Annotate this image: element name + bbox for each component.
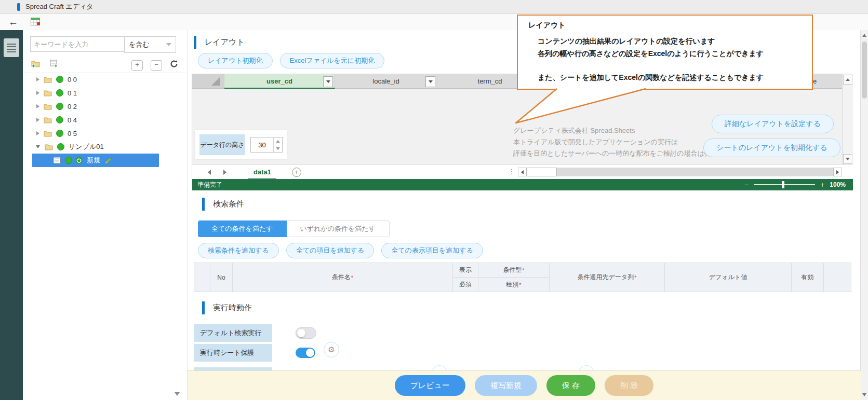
search-input[interactable] xyxy=(30,36,124,52)
tree-item[interactable]: 0 2 xyxy=(23,100,187,113)
expand-icon[interactable] xyxy=(36,77,39,81)
zoom-in-icon[interactable]: + xyxy=(820,181,824,188)
collapse-all-button[interactable]: − xyxy=(151,60,162,71)
section-title-text: 実行時動作 xyxy=(213,303,252,313)
default-search-toggle[interactable] xyxy=(296,327,316,339)
folder-icon xyxy=(45,144,53,150)
column-filter-dropdown[interactable] xyxy=(323,76,333,87)
col-enabled: 有効 xyxy=(792,263,824,292)
callout-line: コンテンツの抽出結果のレイアウトの設定を行います xyxy=(538,35,802,47)
action-footer: プレビュー 複写新規 保 存 削 除 xyxy=(188,370,861,400)
tree-item-label: 0 0 xyxy=(68,76,77,84)
excel-init-button[interactable]: Excelファイルを元に初期化 xyxy=(280,53,385,68)
scroll-up-icon[interactable] xyxy=(843,75,852,85)
copy-new-button[interactable]: 複写新規 xyxy=(475,375,537,396)
page-scroll-down-icon[interactable] xyxy=(861,391,868,399)
collapse-icon[interactable] xyxy=(36,145,40,148)
col-filler xyxy=(824,263,851,292)
sheet-horizontal-scrollbar[interactable] xyxy=(518,168,842,176)
refresh-icon[interactable] xyxy=(170,60,178,70)
column-filter-dropdown[interactable] xyxy=(425,76,435,87)
sheet-protect-toggle[interactable] xyxy=(296,348,315,358)
tree-item-label: 0 1 xyxy=(68,89,77,97)
hscroll-track[interactable] xyxy=(557,168,833,176)
default-search-label: デフォルト検索実行 xyxy=(194,324,272,342)
tree-scroll-down-icon[interactable] xyxy=(175,392,180,396)
folder-icon xyxy=(44,117,52,123)
add-all-items-button[interactable]: 全ての項目を追加する xyxy=(286,243,375,258)
sheet-tab-data1[interactable]: data1 xyxy=(248,165,276,180)
layout-init-button[interactable]: レイアウト初期化 xyxy=(198,53,273,68)
col-condition-name: 条件名* xyxy=(233,263,453,292)
col-blank xyxy=(194,263,210,292)
spinner-down-icon[interactable] xyxy=(274,145,282,152)
expand-icon[interactable] xyxy=(36,91,39,95)
match-mode-select[interactable]: を含む xyxy=(124,36,176,53)
tree-item[interactable]: 0 5 xyxy=(23,127,187,140)
spreadsheet-icon[interactable] xyxy=(31,18,40,27)
scroll-left-icon[interactable] xyxy=(518,168,527,176)
prev-sheet-icon[interactable] xyxy=(208,170,211,175)
back-button[interactable]: ← xyxy=(8,17,18,27)
edit-pencil-icon[interactable] xyxy=(104,157,112,164)
condition-buttons-row: 検索条件を追加する 全ての項目を追加する 全ての表示項目を追加する xyxy=(198,243,483,258)
add-all-display-items-button[interactable]: 全ての表示項目を追加する xyxy=(381,243,483,258)
condition-match-toggle: 全ての条件を満たす いずれかの条件を満たす xyxy=(198,220,390,237)
column-header-user-cd[interactable]: user_cd xyxy=(224,74,335,89)
expand-icon[interactable] xyxy=(36,104,39,108)
zoom-slider-thumb[interactable] xyxy=(782,181,784,188)
delete-button[interactable]: 削 除 xyxy=(605,375,653,396)
tree-item[interactable]: 0 4 xyxy=(23,113,187,127)
match-all-button[interactable]: 全ての条件を満たす xyxy=(198,220,287,237)
side-rail xyxy=(0,30,23,400)
sheet-layout-init-button[interactable]: シートのレイアウトを初期化する xyxy=(703,139,840,157)
scroll-right-icon[interactable] xyxy=(833,168,842,176)
next-sheet-icon[interactable] xyxy=(223,170,226,175)
sidebar: を含む + − xyxy=(23,30,188,400)
column-header-locale-id[interactable]: locale_id xyxy=(335,74,437,89)
folder-icon xyxy=(44,103,52,110)
tree-item[interactable]: 0 1 xyxy=(23,86,187,100)
col-target-column: 条件適用先データ列* xyxy=(550,263,665,292)
add-condition-button[interactable]: 検索条件を追加する xyxy=(198,243,279,258)
callout-line: また、シートを追加してExcelの関数などを記述することもできます xyxy=(538,71,802,84)
page-scroll-thumb[interactable] xyxy=(862,42,867,99)
status-dot-icon xyxy=(56,76,63,83)
row-height-spinner[interactable]: 30 xyxy=(250,137,283,153)
preview-button[interactable]: プレビュー xyxy=(395,375,465,396)
detail-layout-button[interactable]: 詳細なレイアウトを設定する xyxy=(712,115,834,133)
folder-icon xyxy=(44,76,52,83)
match-any-button[interactable]: いずれかの条件を満たす xyxy=(287,220,390,237)
expand-all-button[interactable]: + xyxy=(131,60,143,71)
page-scrollbar[interactable] xyxy=(860,30,868,400)
column-label: locale_id xyxy=(372,77,399,85)
tree-item-selected[interactable]: 新規 xyxy=(32,154,159,167)
hscroll-thumb[interactable] xyxy=(527,168,557,176)
add-sheet-icon[interactable]: + xyxy=(292,168,301,177)
document-icon xyxy=(53,157,61,164)
power-icon xyxy=(75,157,83,164)
sheet-corner-cell[interactable] xyxy=(192,74,224,89)
zoom-out-icon[interactable]: − xyxy=(744,181,749,188)
page-scroll-up-icon[interactable] xyxy=(861,31,868,39)
sheet-vertical-scrollbar[interactable] xyxy=(842,74,852,164)
zoom-slider[interactable] xyxy=(754,184,815,185)
save-button[interactable]: 保 存 xyxy=(546,375,595,396)
section-title-text: 検索条件 xyxy=(213,199,244,209)
tree-item-expanded[interactable]: サンプル01 xyxy=(23,140,187,154)
add-folder-button[interactable] xyxy=(31,60,41,70)
gear-icon[interactable]: ⚙ xyxy=(324,342,339,357)
scroll-down-icon[interactable] xyxy=(843,154,852,164)
tree-item[interactable]: 0 0 xyxy=(23,73,187,86)
add-item-button[interactable] xyxy=(49,60,58,70)
menu-icon[interactable] xyxy=(4,38,19,57)
expand-icon[interactable] xyxy=(36,118,39,122)
select-all-triangle-icon xyxy=(211,77,220,86)
expand-icon[interactable] xyxy=(36,131,39,135)
zoom-percentage: 100% xyxy=(830,181,846,188)
layout-section-title: レイアウト xyxy=(194,34,245,50)
tab-options-icon[interactable]: ⋮ xyxy=(508,168,515,175)
col-show-required: 表示 必須 xyxy=(453,263,478,292)
row-height-value[interactable]: 30 xyxy=(251,137,273,152)
spinner-up-icon[interactable] xyxy=(274,137,282,145)
